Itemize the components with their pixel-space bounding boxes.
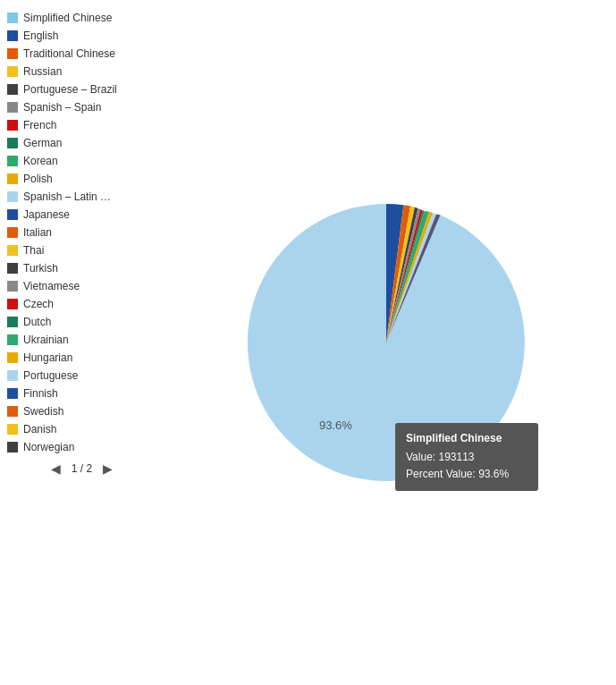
- legend-color-simplified-chinese: [7, 13, 18, 23]
- main-container: Simplified Chinese English Traditional C…: [0, 0, 616, 685]
- pagination-next-button[interactable]: ▶: [99, 461, 116, 476]
- legend-label-spanish-spain: Spanish – Spain: [23, 101, 101, 114]
- legend-item-portuguese-brazil[interactable]: Portuguese – Brazil: [7, 80, 156, 98]
- legend-item-vietnamese[interactable]: Vietnamese: [7, 277, 156, 295]
- legend-item-spanish-latin[interactable]: Spanish – Latin …: [7, 188, 156, 206]
- legend-color-ukrainian: [7, 334, 18, 345]
- legend-label-czech: Czech: [23, 298, 54, 310]
- legend-item-finnish[interactable]: Finnish: [7, 385, 156, 402]
- legend-item-english[interactable]: English: [7, 27, 156, 45]
- legend-color-traditional-chinese: [7, 48, 18, 59]
- pagination-prev-button[interactable]: ◀: [47, 461, 64, 476]
- legend-label-thai: Thai: [23, 244, 44, 257]
- legend-color-german: [7, 138, 18, 148]
- legend-item-french[interactable]: French: [7, 116, 156, 134]
- legend-color-portuguese: [7, 370, 18, 381]
- legend-label-finnish: Finnish: [23, 387, 58, 400]
- legend-item-ukrainian[interactable]: Ukrainian: [7, 331, 156, 349]
- pie-svg: 93.6%: [234, 190, 538, 495]
- legend-item-danish[interactable]: Danish: [7, 420, 156, 438]
- legend: Simplified Chinese English Traditional C…: [0, 0, 156, 685]
- legend-color-polish: [7, 173, 18, 184]
- legend-label-italian: Italian: [23, 226, 52, 239]
- legend-color-french: [7, 120, 18, 131]
- legend-color-italian: [7, 227, 18, 238]
- legend-item-hungarian[interactable]: Hungarian: [7, 349, 156, 367]
- legend-label-spanish-latin: Spanish – Latin …: [23, 190, 111, 203]
- pie-chart[interactable]: 93.6% 93.6% Simplified Chinese Value: 19…: [234, 190, 538, 495]
- legend-color-spanish-spain: [7, 102, 18, 113]
- legend-item-dutch[interactable]: Dutch: [7, 313, 156, 331]
- legend-item-turkish[interactable]: Turkish: [7, 259, 156, 277]
- legend-label-portuguese: Portuguese: [23, 369, 78, 382]
- legend-label-hungarian: Hungarian: [23, 351, 72, 364]
- legend-color-japanese: [7, 209, 18, 220]
- legend-color-czech: [7, 299, 18, 309]
- legend-color-russian: [7, 66, 18, 77]
- legend-label-traditional-chinese: Traditional Chinese: [23, 47, 115, 60]
- legend-label-russian: Russian: [23, 65, 62, 78]
- legend-label-korean: Korean: [23, 155, 58, 167]
- legend-color-norwegian: [7, 442, 18, 452]
- legend-pagination: ◀ 1 / 2 ▶: [7, 458, 156, 479]
- legend-color-dutch: [7, 317, 18, 327]
- legend-label-swedish: Swedish: [23, 405, 63, 418]
- legend-item-german[interactable]: German: [7, 134, 156, 152]
- legend-item-thai[interactable]: Thai: [7, 241, 156, 259]
- legend-item-traditional-chinese[interactable]: Traditional Chinese: [7, 45, 156, 63]
- legend-color-spanish-latin: [7, 191, 18, 202]
- legend-label-polish: Polish: [23, 173, 53, 185]
- legend-item-swedish[interactable]: Swedish: [7, 402, 156, 420]
- pie-label: 93.6%: [319, 419, 352, 432]
- legend-color-vietnamese: [7, 281, 18, 292]
- pagination-display: 1 / 2: [72, 462, 92, 475]
- legend-color-swedish: [7, 406, 18, 417]
- legend-item-korean[interactable]: Korean: [7, 152, 156, 170]
- legend-color-turkish: [7, 263, 18, 274]
- legend-label-german: German: [23, 137, 62, 149]
- legend-label-simplified-chinese: Simplified Chinese: [23, 12, 112, 24]
- legend-label-danish: Danish: [23, 423, 56, 436]
- legend-label-ukrainian: Ukrainian: [23, 334, 69, 346]
- legend-color-thai: [7, 245, 18, 256]
- legend-color-finnish: [7, 388, 18, 399]
- legend-item-russian[interactable]: Russian: [7, 63, 156, 80]
- chart-area: 93.6% 93.6% Simplified Chinese Value: 19…: [156, 0, 616, 685]
- legend-item-japanese[interactable]: Japanese: [7, 206, 156, 224]
- legend-color-hungarian: [7, 352, 18, 363]
- legend-item-portuguese[interactable]: Portuguese: [7, 367, 156, 385]
- legend-label-vietnamese: Vietnamese: [23, 280, 80, 292]
- legend-color-english: [7, 30, 18, 41]
- legend-item-italian[interactable]: Italian: [7, 224, 156, 241]
- legend-label-dutch: Dutch: [23, 316, 51, 328]
- legend-label-french: French: [23, 119, 56, 131]
- legend-label-norwegian: Norwegian: [23, 441, 74, 453]
- legend-item-czech[interactable]: Czech: [7, 295, 156, 313]
- legend-item-simplified-chinese[interactable]: Simplified Chinese: [7, 9, 156, 27]
- legend-label-english: English: [23, 30, 58, 42]
- legend-label-portuguese-brazil: Portuguese – Brazil: [23, 83, 117, 96]
- legend-color-portuguese-brazil: [7, 84, 18, 95]
- legend-label-turkish: Turkish: [23, 262, 58, 275]
- legend-color-korean: [7, 156, 18, 166]
- legend-color-danish: [7, 424, 18, 435]
- legend-item-norwegian[interactable]: Norwegian: [7, 438, 156, 456]
- legend-label-japanese: Japanese: [23, 208, 70, 221]
- legend-item-spanish-spain[interactable]: Spanish – Spain: [7, 98, 156, 116]
- legend-item-polish[interactable]: Polish: [7, 170, 156, 188]
- pie-slice-simplified-chinese[interactable]: [248, 204, 525, 481]
